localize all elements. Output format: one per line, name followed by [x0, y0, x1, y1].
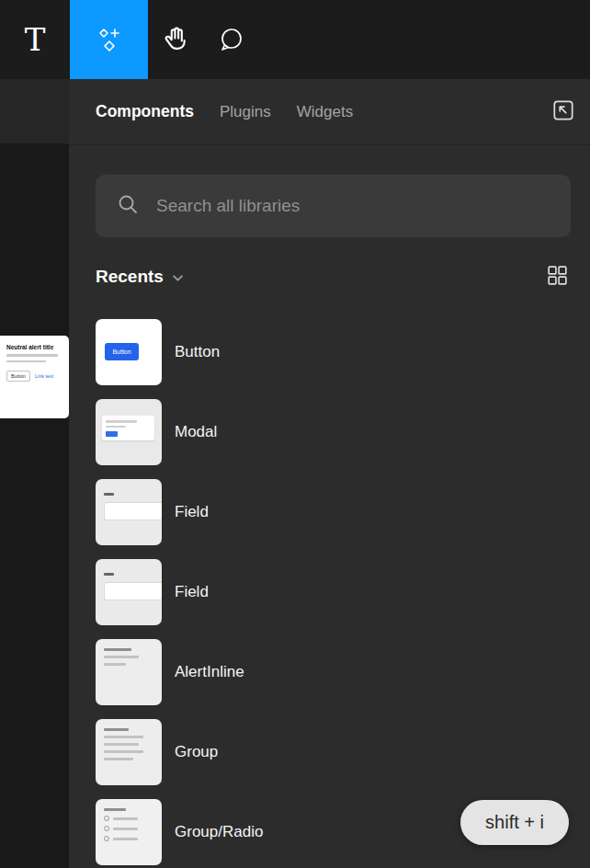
- main-area: Neutral alert title Button Link text Com…: [0, 79, 590, 868]
- mini-field-label: [104, 493, 114, 496]
- tab-widgets[interactable]: Widgets: [297, 103, 353, 121]
- canvas[interactable]: Neutral alert title Button Link text: [0, 79, 69, 868]
- component-thumbnail: [96, 719, 162, 785]
- component-label: Button: [175, 343, 220, 361]
- hand-tool[interactable]: [148, 0, 203, 79]
- comment-tool[interactable]: [203, 0, 258, 79]
- tab-plugins[interactable]: Plugins: [220, 103, 271, 121]
- assets-tool[interactable]: [70, 0, 148, 79]
- component-thumbnail: [96, 559, 162, 625]
- mini-button: Button: [105, 343, 139, 360]
- component-label: Modal: [175, 423, 217, 441]
- component-list-item[interactable]: Field: [96, 559, 571, 625]
- alert-preview-textline: [6, 354, 58, 357]
- panel-tabs: Components Plugins Widgets: [96, 102, 550, 121]
- text-tool-icon: T: [25, 24, 46, 55]
- mini-input: [104, 502, 162, 520]
- component-label: AlertInline: [175, 663, 244, 681]
- component-thumbnail: [96, 799, 162, 865]
- comment-icon: [217, 26, 244, 53]
- search-icon: [116, 192, 140, 220]
- component-thumbnail: [96, 479, 162, 545]
- alert-component-preview[interactable]: Neutral alert title Button Link text: [0, 336, 69, 418]
- component-label: Group/Radio: [175, 823, 263, 841]
- figma-app: T: [0, 0, 590, 868]
- alert-preview-title: Neutral alert title: [6, 344, 62, 350]
- grid-icon: [545, 263, 570, 291]
- search-input[interactable]: [156, 196, 550, 216]
- mini-modal: [102, 416, 154, 440]
- shortcut-hint: shift + i: [460, 800, 569, 845]
- popout-arrow-icon: [550, 97, 576, 126]
- component-list-item[interactable]: Modal: [96, 399, 571, 465]
- canvas-top-band: [0, 79, 69, 143]
- hand-icon: [160, 24, 191, 55]
- recents-row: Recents: [96, 265, 571, 289]
- grid-view-button[interactable]: [543, 263, 571, 291]
- components-list: Button Button Modal Field Field AlertInl…: [69, 319, 590, 868]
- component-list-item[interactable]: Group: [96, 719, 571, 785]
- component-list-item[interactable]: Button Button: [96, 319, 571, 385]
- alert-preview-textline: [6, 360, 46, 363]
- component-list-item[interactable]: Field: [96, 479, 571, 545]
- alert-preview-button: Button: [6, 371, 30, 382]
- text-tool[interactable]: T: [0, 0, 70, 79]
- component-label: Field: [175, 583, 209, 601]
- assets-icon: [96, 26, 123, 53]
- mini-field-label: [104, 573, 114, 576]
- panel-header: Components Plugins Widgets: [69, 79, 590, 145]
- component-label: Group: [175, 743, 218, 761]
- tab-components[interactable]: Components: [96, 102, 194, 121]
- component-thumbnail: [96, 639, 162, 705]
- component-thumbnail: Button: [96, 319, 162, 385]
- chevron-down-icon: [172, 267, 184, 287]
- component-thumbnail: [96, 399, 162, 465]
- minimize-panel-button[interactable]: [550, 98, 577, 126]
- alert-preview-link: Link text: [35, 373, 53, 379]
- recents-dropdown[interactable]: Recents: [96, 267, 184, 287]
- libraries-panel: Components Plugins Widgets: [69, 79, 590, 868]
- search-field[interactable]: [96, 175, 571, 237]
- component-label: Field: [175, 503, 209, 521]
- component-list-item[interactable]: AlertInline: [96, 639, 571, 705]
- toolbar: T: [0, 0, 590, 79]
- mini-input: [104, 582, 162, 600]
- recents-label: Recents: [96, 267, 164, 287]
